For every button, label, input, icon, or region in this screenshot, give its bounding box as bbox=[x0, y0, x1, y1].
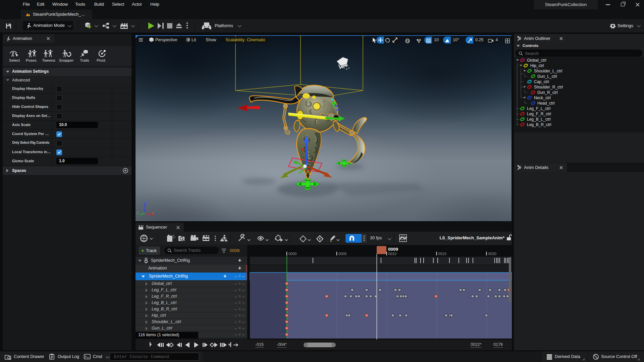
svg-text:0020: 0020 bbox=[488, 252, 496, 256]
svg-text:x: x bbox=[152, 211, 154, 215]
svg-text:0009: 0009 bbox=[388, 247, 398, 252]
svg-text:0015: 0015 bbox=[438, 252, 446, 256]
svg-text:Z: Z bbox=[146, 201, 148, 204]
svg-text:y: y bbox=[137, 211, 139, 215]
svg-text:0010: 0010 bbox=[388, 252, 396, 256]
svg-text:0000: 0000 bbox=[288, 252, 297, 256]
svg-text:0005: 0005 bbox=[338, 252, 346, 256]
